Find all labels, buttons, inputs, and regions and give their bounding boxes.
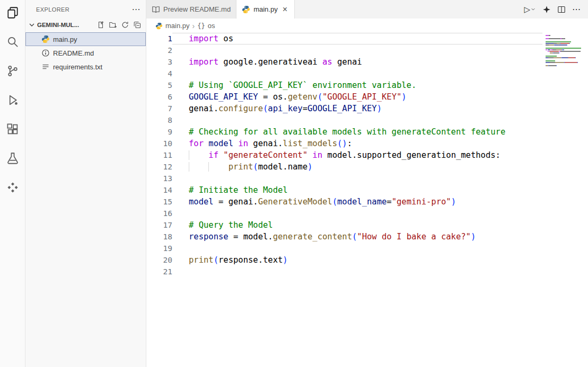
run-dropdown-chevron-icon[interactable] — [530, 6, 536, 12]
code-line-9[interactable]: 9# Checking for all available models wit… — [146, 126, 542, 138]
code-line-8[interactable]: 8 — [146, 114, 542, 126]
line-content[interactable] — [172, 173, 542, 184]
collapse-folders-icon[interactable] — [132, 20, 143, 30]
refresh-icon[interactable] — [120, 20, 130, 30]
tab-label: main.py — [253, 5, 278, 13]
line-content[interactable]: import os — [172, 33, 542, 44]
source-control-icon[interactable] — [0, 58, 25, 84]
line-content[interactable] — [172, 208, 542, 219]
minimap-line — [546, 59, 586, 60]
close-icon[interactable]: × — [281, 5, 289, 14]
code-line-15[interactable]: 15model = genai.GenerativeModel(model_na… — [146, 196, 542, 208]
breadcrumb-separator-icon: › — [192, 22, 195, 30]
new-folder-icon[interactable] — [108, 20, 118, 30]
code-line-18[interactable]: 18response = model.generate_content("How… — [146, 231, 542, 243]
minimap-line — [546, 44, 586, 46]
text-file-icon — [41, 62, 50, 71]
line-number: 18 — [146, 231, 172, 243]
line-content[interactable]: response = model.generate_content("How d… — [172, 231, 542, 243]
line-content[interactable]: GOOGLE_API_KEY = os.getenv("GOOGLE_API_K… — [172, 91, 542, 103]
line-number: 11 — [146, 149, 172, 161]
code-line-1[interactable]: 1import os — [146, 33, 542, 44]
line-content[interactable]: if "generateContent" in model.supported_… — [172, 149, 542, 161]
code-line-5[interactable]: 5# Using `GOOGLE_API_KEY` environment va… — [146, 79, 542, 91]
minimap[interactable] — [542, 33, 588, 367]
folder-name: GEMINI-MUL... — [37, 22, 79, 28]
line-number: 6 — [146, 91, 172, 103]
line-content[interactable] — [172, 68, 542, 79]
tab-preview-readme[interactable]: Preview README.md — [146, 0, 236, 19]
line-number: 5 — [146, 79, 172, 91]
code-editor[interactable]: 1import os23import google.generativeai a… — [146, 33, 588, 367]
minimap-line — [546, 52, 586, 53]
code-line-16[interactable]: 16 — [146, 208, 542, 219]
line-number: 19 — [146, 243, 172, 254]
code-line-4[interactable]: 4 — [146, 68, 542, 79]
line-content[interactable]: # Using `GOOGLE_API_KEY` environment var… — [172, 79, 542, 91]
code-line-2[interactable]: 2 — [146, 44, 542, 56]
code-line-21[interactable]: 21 — [146, 266, 542, 278]
line-content[interactable] — [172, 44, 542, 56]
file-row-requirements-txt[interactable]: requirements.txt — [25, 60, 146, 74]
new-file-icon[interactable] — [95, 20, 106, 30]
sparkle-button[interactable] — [542, 5, 551, 14]
line-content[interactable]: # Initiate the Model — [172, 184, 542, 196]
line-content[interactable]: # Checking for all available models with… — [172, 126, 542, 138]
file-row-main-py[interactable]: main.py — [25, 32, 146, 46]
code-line-12[interactable]: 12 print(model.name) — [146, 161, 542, 173]
explorer-more-actions-icon[interactable]: ⋯ — [132, 4, 141, 14]
line-number: 2 — [146, 44, 172, 56]
vscode-window: EXPLORER ⋯ GEMINI-MUL... — [0, 0, 588, 367]
file-row-readme-md[interactable]: README.md — [25, 46, 146, 60]
code-line-14[interactable]: 14# Initiate the Model — [146, 184, 542, 196]
sparkle-icon — [542, 5, 551, 14]
info-icon — [41, 49, 50, 57]
line-number: 8 — [146, 114, 172, 126]
code-line-11[interactable]: 11 if "generateContent" in model.support… — [146, 149, 542, 161]
line-number: 12 — [146, 161, 172, 173]
code-line-3[interactable]: 3import google.generativeai as genai — [146, 56, 542, 68]
code-line-17[interactable]: 17# Query the Model — [146, 219, 542, 231]
code-line-20[interactable]: 20print(response.text) — [146, 254, 542, 266]
extensions-icon[interactable] — [0, 117, 25, 142]
section-actions — [95, 20, 143, 30]
minimap-line — [546, 60, 586, 61]
code-line-13[interactable]: 13 — [146, 173, 542, 184]
line-content[interactable]: import google.generativeai as genai — [172, 56, 542, 68]
code-line-19[interactable]: 19 — [146, 243, 542, 254]
split-editor-button[interactable] — [557, 5, 566, 14]
minimap-line — [546, 49, 586, 50]
code-line-7[interactable]: 7genai.configure(api_key=GOOGLE_API_KEY) — [146, 103, 542, 114]
code-line-10[interactable]: 10for model in genai.list_models(): — [146, 138, 542, 149]
run-and-debug-icon[interactable] — [0, 87, 25, 113]
line-content[interactable]: print(model.name) — [172, 161, 542, 173]
code-line-6[interactable]: 6GOOGLE_API_KEY = os.getenv("GOOGLE_API_… — [146, 91, 542, 103]
line-content[interactable]: # Query the Model — [172, 219, 542, 231]
line-number: 17 — [146, 219, 172, 231]
line-content[interactable]: model = genai.GenerativeModel(model_name… — [172, 196, 542, 208]
line-content[interactable] — [172, 243, 542, 254]
minimap-line — [546, 41, 586, 42]
line-content[interactable] — [172, 266, 542, 278]
gemini-extension-icon[interactable] — [0, 175, 25, 200]
tab-bar: Preview README.md main.py × ▷ — [146, 0, 588, 19]
breadcrumb-symbol[interactable]: os — [208, 22, 215, 30]
python-icon — [41, 35, 50, 43]
tab-main-py[interactable]: main.py × — [236, 0, 295, 19]
run-python-file-button[interactable]: ▷ — [524, 5, 536, 14]
code-lines[interactable]: 1import os23import google.generativeai a… — [146, 33, 542, 367]
line-number: 9 — [146, 126, 172, 138]
line-content[interactable]: print(response.text) — [172, 254, 542, 266]
minimap-line — [546, 48, 586, 49]
testing-icon[interactable] — [0, 146, 25, 171]
search-icon[interactable] — [0, 29, 25, 55]
line-content[interactable]: genai.configure(api_key=GOOGLE_API_KEY) — [172, 103, 542, 114]
explorer-icon[interactable] — [0, 0, 25, 25]
breadcrumb-file[interactable]: main.py — [165, 22, 190, 30]
line-content[interactable] — [172, 114, 542, 126]
minimap-line — [546, 43, 586, 44]
line-content[interactable]: for model in genai.list_models(): — [172, 138, 542, 149]
sidebar-title: EXPLORER — [36, 6, 69, 13]
folder-section-header[interactable]: GEMINI-MUL... — [25, 19, 146, 31]
more-actions-icon[interactable]: ⋯ — [572, 4, 581, 14]
